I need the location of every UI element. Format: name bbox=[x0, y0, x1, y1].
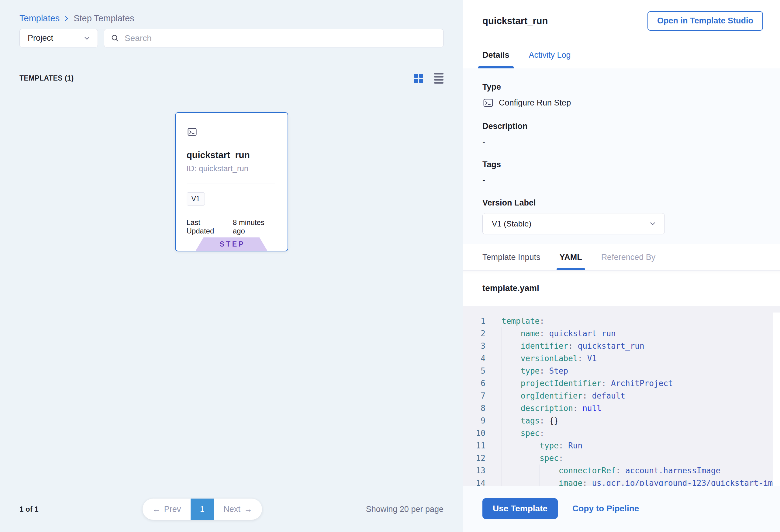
step-type-ribbon: STEP bbox=[196, 237, 267, 251]
last-updated-label: Last Updated bbox=[187, 218, 228, 235]
templates-section-head: TEMPLATES (1) bbox=[19, 73, 443, 84]
breadcrumb: Templates Step Templates bbox=[19, 13, 443, 23]
breadcrumb-chevron-icon bbox=[63, 14, 70, 22]
yaml-code: 1template:2 name: quickstart_run3 identi… bbox=[463, 315, 780, 486]
copy-to-pipeline-link[interactable]: Copy to Pipeline bbox=[572, 504, 639, 514]
arrow-left-icon: ← bbox=[152, 504, 160, 514]
chevron-down-icon bbox=[83, 34, 91, 42]
next-page-button[interactable]: Next → bbox=[214, 498, 262, 520]
type-row: Configure Run Step bbox=[482, 97, 761, 108]
yaml-subtabs: Template Inputs YAML Referenced By bbox=[463, 244, 780, 271]
search-input[interactable] bbox=[125, 34, 437, 43]
yaml-line: 7 orgIdentifier: default bbox=[463, 390, 780, 402]
page-summary: 1 of 1 bbox=[19, 505, 39, 514]
search-box bbox=[104, 29, 443, 47]
version-label: Version Label bbox=[482, 198, 761, 208]
templates-list-panel: Templates Step Templates Project TEMPLAT bbox=[0, 0, 463, 532]
details-actions: Use Template Copy to Pipeline bbox=[463, 486, 780, 531]
scope-select-value: Project bbox=[28, 34, 53, 43]
last-updated-value: 8 minutes ago bbox=[233, 218, 277, 235]
yaml-line: 4 versionLabel: V1 bbox=[463, 352, 780, 365]
breadcrumb-current: Step Templates bbox=[74, 13, 134, 23]
terminal-icon bbox=[187, 127, 277, 137]
type-value: Configure Run Step bbox=[499, 98, 571, 108]
tags-label: Tags bbox=[482, 160, 761, 169]
list-view-icon[interactable] bbox=[434, 73, 443, 84]
search-icon bbox=[110, 34, 120, 43]
yaml-line: 3 identifier: quickstart_run bbox=[463, 340, 780, 352]
tab-template-inputs[interactable]: Template Inputs bbox=[482, 244, 540, 270]
yaml-line: 10 spec: bbox=[463, 427, 780, 440]
open-template-studio-button[interactable]: Open in Template Studio bbox=[647, 11, 763, 31]
yaml-line: 1template: bbox=[463, 315, 780, 327]
page-1-button[interactable]: 1 bbox=[191, 498, 214, 520]
templates-grid: quickstart_run ID: quickstart_run V1 Las… bbox=[19, 112, 443, 251]
details-content: Type Configure Run Step Description - Ta… bbox=[463, 68, 780, 244]
grid-view-icon[interactable] bbox=[414, 74, 423, 83]
description-value: - bbox=[482, 137, 761, 147]
use-template-button[interactable]: Use Template bbox=[482, 498, 558, 519]
tab-referenced-by[interactable]: Referenced By bbox=[601, 244, 656, 270]
yaml-line: 9 tags: {} bbox=[463, 415, 780, 427]
code-scrollbar[interactable] bbox=[773, 312, 780, 486]
yaml-file-header: template.yaml bbox=[463, 271, 780, 306]
pagination-footer: 1 of 1 ← Prev 1 Next → Showing 20 per pa… bbox=[0, 486, 463, 532]
description-label: Description bbox=[482, 122, 761, 131]
pager: ← Prev 1 Next → bbox=[143, 498, 262, 520]
card-title: quickstart_run bbox=[187, 150, 277, 160]
terminal-icon bbox=[482, 97, 494, 108]
tab-yaml[interactable]: YAML bbox=[559, 244, 582, 270]
chevron-down-icon bbox=[649, 220, 656, 228]
scope-select[interactable]: Project bbox=[19, 29, 98, 47]
yaml-line: 8 description: null bbox=[463, 402, 780, 415]
yaml-file-name: template.yaml bbox=[482, 283, 539, 293]
version-select-value: V1 (Stable) bbox=[492, 219, 531, 229]
yaml-editor[interactable]: 1template:2 name: quickstart_run3 identi… bbox=[463, 306, 780, 486]
card-divider bbox=[187, 184, 275, 184]
tags-value: - bbox=[482, 176, 761, 185]
page-size-text: Showing 20 per page bbox=[366, 504, 443, 514]
tab-details[interactable]: Details bbox=[482, 42, 509, 68]
details-title: quickstart_run bbox=[482, 15, 548, 27]
template-card[interactable]: quickstart_run ID: quickstart_run V1 Las… bbox=[175, 112, 288, 251]
last-updated-row: Last Updated 8 minutes ago bbox=[187, 218, 277, 235]
yaml-line: 12 spec: bbox=[463, 452, 780, 465]
details-header: quickstart_run Open in Template Studio bbox=[463, 0, 780, 42]
prev-page-button[interactable]: ← Prev bbox=[143, 498, 191, 520]
details-tabs: Details Activity Log bbox=[463, 42, 780, 68]
version-badge: V1 bbox=[187, 192, 205, 205]
card-id: ID: quickstart_run bbox=[187, 164, 277, 173]
yaml-line: 6 projectIdentifier: ArchitProject bbox=[463, 377, 780, 390]
breadcrumb-templates-link[interactable]: Templates bbox=[19, 13, 60, 23]
yaml-line: 14 image: us.gcr.io/playground-123/quick… bbox=[463, 477, 780, 486]
yaml-line: 5 type: Step bbox=[463, 365, 780, 377]
arrow-right-icon: → bbox=[244, 504, 252, 514]
template-details-panel: quickstart_run Open in Template Studio D… bbox=[463, 0, 780, 532]
type-label: Type bbox=[482, 82, 761, 92]
yaml-line: 2 name: quickstart_run bbox=[463, 327, 780, 340]
filters-row: Project bbox=[19, 29, 443, 47]
version-select[interactable]: V1 (Stable) bbox=[482, 213, 665, 234]
view-toggles bbox=[414, 73, 443, 84]
templates-count-heading: TEMPLATES (1) bbox=[19, 74, 74, 82]
yaml-line: 13 connectorRef: account.harnessImage bbox=[463, 465, 780, 477]
yaml-line: 11 type: Run bbox=[463, 440, 780, 452]
tab-activity-log[interactable]: Activity Log bbox=[529, 42, 571, 68]
